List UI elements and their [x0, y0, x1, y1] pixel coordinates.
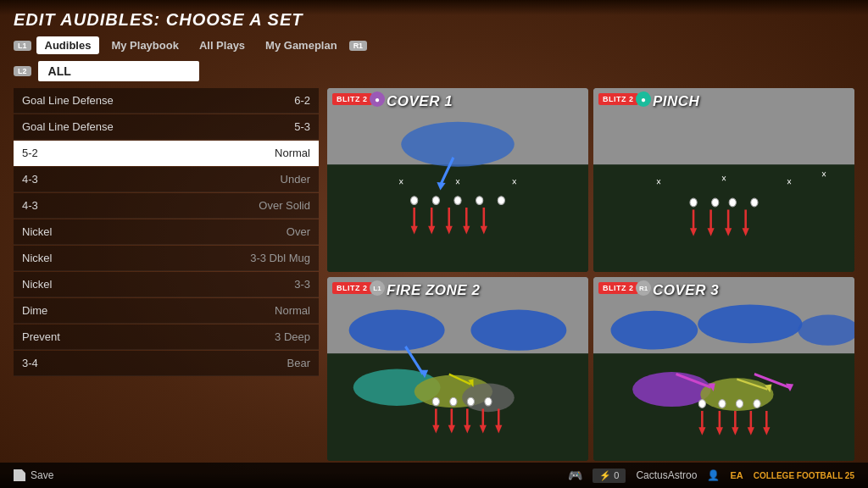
svg-point-81	[736, 400, 743, 408]
svg-text:×: ×	[656, 176, 661, 187]
play-item-6[interactable]: Nickel 3-3 Dbl Mug	[14, 246, 319, 271]
content-area: Goal Line Defense 6-2 Goal Line Defense …	[0, 85, 868, 488]
card-icon-1: ●	[370, 92, 385, 107]
svg-point-9	[498, 197, 504, 205]
blitz-badge-2: BLITZ 2	[598, 93, 638, 105]
play-item-3[interactable]: 4-3 Under	[14, 167, 319, 192]
svg-point-79	[698, 400, 705, 408]
brand-name: COLLEGE FOOTBALL 25	[754, 471, 854, 480]
svg-point-2	[401, 122, 514, 167]
score-display: ⚡ 0	[593, 469, 626, 483]
svg-point-7	[454, 197, 461, 205]
l1-badge: L1	[14, 41, 31, 51]
svg-text:×: ×	[398, 176, 403, 187]
svg-point-5	[411, 197, 418, 205]
card-icon-4: R1	[636, 280, 651, 296]
tab-audibles[interactable]: Audibles	[36, 36, 100, 54]
torn-edge-top	[0, 0, 868, 15]
play-item-8[interactable]: Dime Normal	[14, 298, 319, 324]
svg-point-53	[450, 397, 457, 406]
card-title-1: COVER 1	[387, 93, 453, 110]
bottom-left: Save	[14, 469, 53, 481]
svg-text:×: ×	[787, 176, 792, 187]
tab-my-playbook[interactable]: My Playbook	[103, 36, 186, 54]
play-card-pinch[interactable]: BLITZ 2 ● PINCH × × × ×	[593, 88, 854, 272]
svg-point-55	[485, 397, 492, 406]
svg-point-54	[467, 397, 474, 406]
bottom-bar: Save 🎮 ⚡ 0 CactusAstroo 👤 EA COLLEGE FOO…	[0, 463, 868, 488]
filter-select[interactable]: ALL	[38, 61, 199, 81]
svg-text:×: ×	[821, 169, 826, 180]
play-card-cover1[interactable]: BLITZ 2 ● COVER 1	[327, 88, 588, 272]
play-cards-grid: BLITZ 2 ● COVER 1	[327, 88, 854, 461]
filter-row: L2 ALL	[0, 58, 868, 85]
svg-point-32	[751, 198, 758, 207]
svg-point-6	[432, 197, 439, 205]
main-container: EDIT AUDIBLES: CHOOSE A SET L1 Audibles …	[0, 0, 868, 488]
svg-text:×: ×	[455, 176, 460, 187]
svg-point-82	[754, 400, 760, 408]
r1-badge: R1	[349, 41, 368, 51]
play-item-9[interactable]: Prevent 3 Deep	[14, 324, 319, 350]
l2-badge: L2	[14, 66, 31, 76]
play-item-4[interactable]: 4-3 Over Solid	[14, 193, 319, 219]
save-label[interactable]: Save	[31, 469, 53, 481]
controller-icon: 🎮	[568, 469, 582, 482]
svg-point-31	[729, 198, 736, 207]
card-field-cover1: × × ×	[327, 88, 588, 272]
play-list: Goal Line Defense 6-2 Goal Line Defense …	[14, 88, 319, 461]
bottom-right: 🎮 ⚡ 0 CactusAstroo 👤 EA COLLEGE FOOTBALL…	[568, 469, 854, 483]
play-item-2[interactable]: 5-2 Normal	[14, 141, 319, 166]
card-field-pinch: × × × ×	[593, 88, 854, 272]
svg-point-8	[476, 197, 483, 205]
username: CactusAstroo	[636, 469, 697, 481]
svg-point-29	[690, 198, 697, 207]
svg-point-80	[719, 400, 726, 408]
play-item-0[interactable]: Goal Line Defense 6-2	[14, 88, 319, 114]
svg-text:×: ×	[721, 173, 726, 184]
play-card-firezone2[interactable]: BLITZ 2 L1 FIRE ZONE 2	[327, 277, 588, 461]
card-title-4: COVER 3	[653, 282, 719, 299]
tab-bar: L1 Audibles My Playbook All Plays My Gam…	[0, 33, 868, 58]
svg-point-43	[349, 310, 445, 351]
card-field-firezone2	[327, 277, 588, 461]
svg-point-69	[698, 305, 802, 344]
blitz-badge-1: BLITZ 2	[332, 93, 372, 105]
card-title-3: FIRE ZONE 2	[387, 282, 480, 299]
svg-point-44	[470, 310, 566, 351]
play-card-cover3[interactable]: BLITZ 2 R1 COVER 3	[593, 277, 854, 461]
user-icon: 👤	[707, 469, 720, 481]
card-icon-3: L1	[370, 280, 385, 296]
svg-point-68	[611, 311, 698, 350]
blitz-badge-3: BLITZ 2	[332, 282, 372, 294]
tab-my-gameplan[interactable]: My Gameplan	[257, 36, 346, 54]
tab-all-plays[interactable]: All Plays	[191, 36, 253, 54]
svg-text:×: ×	[512, 176, 517, 187]
svg-point-30	[712, 198, 719, 207]
card-title-2: PINCH	[653, 93, 699, 110]
card-icon-2: ●	[636, 92, 651, 107]
play-item-1[interactable]: Goal Line Defense 5-3	[14, 114, 319, 140]
brand-logo: EA	[730, 470, 743, 480]
play-item-5[interactable]: Nickel Over	[14, 219, 319, 245]
play-item-10[interactable]: 3-4 Bear	[14, 351, 319, 376]
save-icon	[14, 469, 25, 481]
card-field-cover3	[593, 277, 854, 461]
score-icon: ⚡	[599, 470, 611, 480]
play-item-7[interactable]: Nickel 3-3	[14, 272, 319, 297]
blitz-badge-4: BLITZ 2	[598, 282, 638, 294]
svg-point-52	[432, 397, 439, 406]
